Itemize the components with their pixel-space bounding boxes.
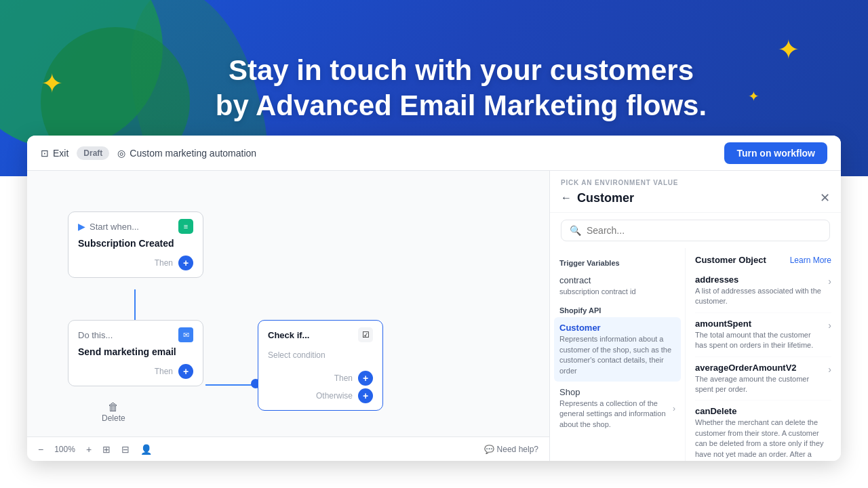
then-branch-row: Then + [268,371,373,386]
then-branch-label: Then [334,373,353,383]
averageOrderAmountV2-arrow: › [828,364,831,375]
node-header: ▶ Start when... ≡ [78,219,193,234]
action-title: Send marketing email [78,346,193,357]
zoom-out-icon[interactable]: − [38,444,43,455]
need-help[interactable]: 💬 Need help? [484,445,538,454]
canDelete-desc: Whether the merchant can delete the cust… [695,418,831,461]
search-box: 🔍 [561,220,830,241]
panel-body: Trigger Variables contract subscription … [550,248,841,461]
select-condition[interactable]: Select condition [268,348,373,363]
pick-label: PICK AN ENVIRONMENT VALUE [561,179,830,186]
connector-1 [134,289,136,322]
canDelete-row[interactable]: canDelete Whether the merchant can delet… [695,401,831,461]
zoom-level: 100% [54,445,75,454]
search-input[interactable] [587,225,821,236]
draft-badge: Draft [77,146,109,160]
right-section-header: Customer Object Learn More [695,255,831,265]
close-panel-button[interactable]: ✕ [820,190,830,205]
then-plus-button[interactable]: + [358,371,373,386]
person-icon[interactable]: 👤 [140,444,152,455]
delete-button-area[interactable]: 🗑 Delete [102,401,125,423]
hero-line2: by Advanced Email Marketing flows. [216,89,707,121]
panel-header: PICK AN ENVIRONMENT VALUE ← Customer ✕ [550,171,841,213]
star-right-icon: ✦ [777,34,800,65]
panel-left: Trigger Variables contract subscription … [550,248,686,461]
main-content: ▶ Start when... ≡ Subscription Created T… [27,171,841,461]
check-header: Check if... ☑ [268,327,373,342]
node-header-left: ▶ Start when... [78,221,139,232]
shop-item-content: Shop Represents a collection of the gene… [559,387,673,430]
addresses-name: addresses [695,274,823,285]
then-label-start: Then [155,258,173,268]
panel-right: Customer Object Learn More addresses A l… [686,248,841,461]
action-header: Do this... ✉ [78,327,193,342]
zoom-in-icon[interactable]: + [86,444,92,455]
contract-name: contract [559,275,675,285]
amountSpent-row[interactable]: amountSpent The total amount that the cu… [695,313,831,357]
grid-icon[interactable]: ⊟ [121,444,130,455]
amountSpent-content: amountSpent The total amount that the cu… [695,319,823,351]
help-icon: 💬 [484,445,494,454]
turn-on-button[interactable]: Turn on workflow [724,142,827,164]
trigger-section-label: Trigger Variables [550,255,685,270]
do-this-label: Do this... [78,330,113,340]
averageOrderAmountV2-content: averageOrderAmountV2 The average amount … [695,363,823,395]
shop-item-desc: Represents a collection of the general s… [559,399,673,430]
hero-text: Stay in touch with your customers by Adv… [216,53,707,124]
automation-title: ◎ Custom marketing automation [117,148,256,159]
exit-label: Exit [53,148,68,159]
action-node: Do this... ✉ Send marketing email Then + [68,320,203,386]
back-row: ← Customer [561,191,634,205]
right-section-title: Customer Object [695,255,766,265]
add-step-button[interactable]: + [178,256,193,270]
start-node: ▶ Start when... ≡ Subscription Created T… [68,211,203,278]
help-label: Need help? [497,445,538,454]
amountSpent-desc: The total amount that the customer has s… [695,330,823,351]
customer-item-desc: Represents information about a customer … [559,334,675,376]
delete-icon: 🗑 [108,401,119,413]
check-label: Check if... [268,330,309,340]
otherwise-branch-label: Otherwise [316,391,353,401]
then-label-action: Then [155,367,173,376]
amountSpent-arrow: › [828,320,831,331]
start-label: Start when... [90,222,139,232]
shop-item-name: Shop [559,387,673,397]
star-small-icon: ✦ [748,88,760,104]
contract-item[interactable]: contract subscription contract id [550,270,685,302]
addresses-desc: A list of addresses associated with the … [695,286,823,307]
branch-rows: Then + Otherwise + [268,371,373,403]
add-step-button-2[interactable]: + [178,364,193,379]
email-node-icon: ✉ [178,327,193,342]
exit-button[interactable]: ⊡ Exit [41,148,68,159]
right-panel: PICK AN ENVIRONMENT VALUE ← Customer ✕ 🔍… [549,171,841,461]
averageOrderAmountV2-row[interactable]: averageOrderAmountV2 The average amount … [695,357,831,401]
topbar-left: ⊡ Exit Draft ◎ Custom marketing automati… [41,146,256,160]
fit-screen-icon[interactable]: ⊞ [102,444,111,455]
check-circle-icon: ◎ [117,148,125,159]
shop-item[interactable]: Shop Represents a collection of the gene… [550,382,685,435]
bottom-bar: − 100% + ⊞ ⊟ 👤 💬 Need help? [27,436,549,461]
trigger-title: Subscription Created [78,238,193,249]
panel-title: Customer [577,191,634,205]
action-header-left: Do this... [78,330,113,340]
back-arrow-button[interactable]: ← [561,192,572,204]
automation-name: Custom marketing automation [130,148,256,159]
trigger-icon: ≡ [178,219,193,234]
then-row-action: Then + [78,364,193,379]
otherwise-plus-button[interactable]: + [358,388,373,403]
customer-item[interactable]: Customer Represents information about a … [554,317,681,382]
canDelete-content: canDelete Whether the merchant can delet… [695,406,831,461]
addresses-row[interactable]: addresses A list of addresses associated… [695,269,831,313]
canDelete-name: canDelete [695,406,831,416]
shop-item-arrow: › [673,404,675,413]
addresses-content: addresses A list of addresses associated… [695,274,823,307]
check-node: Check if... ☑ Select condition Then + Ot… [258,320,383,411]
panel-title-row: ← Customer ✕ [561,190,830,205]
customer-item-name: Customer [559,323,675,333]
topbar: ⊡ Exit Draft ◎ Custom marketing automati… [27,136,841,171]
amountSpent-name: amountSpent [695,319,823,329]
learn-more-link[interactable]: Learn More [790,256,831,265]
averageOrderAmountV2-desc: The average amount the customer spent pe… [695,374,823,395]
exit-icon: ⊡ [41,148,49,159]
hero-line1: Stay in touch with your customers [229,54,694,86]
